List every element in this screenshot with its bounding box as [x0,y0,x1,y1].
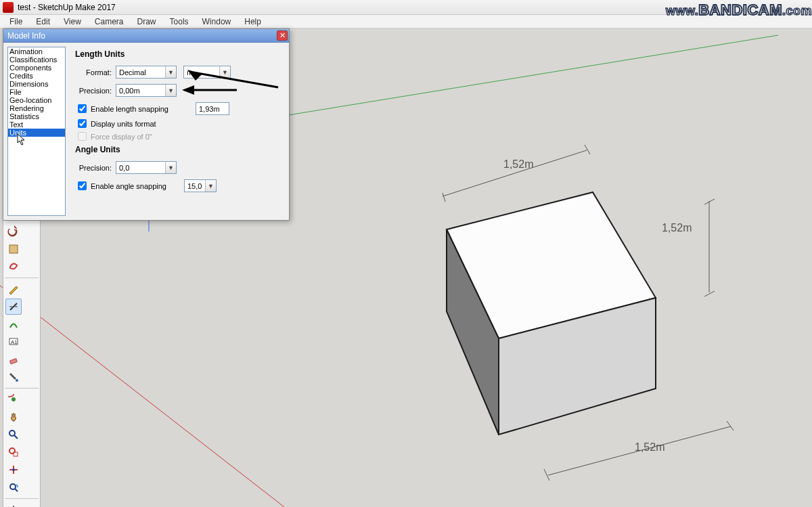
enable-angle-snapping-label: Enable angle snapping [91,182,166,190]
length-snap-value[interactable]: 1,93m [196,102,229,115]
format-label: Format: [75,68,116,76]
tool-arc[interactable] [5,316,22,332]
svg-text:A1: A1 [11,339,18,345]
tool-position[interactable] [5,502,22,507]
dialog-title-text: Model Info [7,31,45,41]
menubar: File Edit View Camera Draw Tools Window … [0,15,812,28]
display-units-format[interactable]: Display units format [78,119,279,128]
cat-classifications[interactable]: Classifications [8,56,65,64]
enable-length-snapping-label: Enable length snapping [91,105,168,113]
tool-zoomwindow[interactable] [5,444,22,460]
angle-precision-combo[interactable]: 0,0 ▼ [116,161,177,174]
titlebar: test - SketchUp Make 2017 [0,0,812,15]
force-display-zero-label: Force display of 0" [91,133,152,141]
display-units-format-checkbox[interactable] [78,119,87,128]
angle-precision-label: Precision: [75,164,116,172]
force-display-zero-checkbox [78,132,87,141]
svg-rect-17 [9,245,18,253]
menu-window[interactable]: Window [196,16,238,28]
menu-tools[interactable]: Tools [163,16,196,28]
cat-file[interactable]: File [8,88,65,96]
chevron-down-icon: ▼ [165,162,176,173]
cat-animation[interactable]: Animation [8,47,65,56]
cat-text[interactable]: Text [8,120,65,129]
svg-point-28 [9,448,15,454]
angle-snap-value: 15,0 [187,182,202,190]
display-units-format-label: Display units format [91,120,156,128]
tool-line[interactable] [5,299,22,315]
chevron-down-icon: ▼ [205,180,216,192]
tool-pan[interactable] [5,409,22,425]
angle-snap-combo[interactable]: 15,0 ▼ [184,179,217,192]
app-icon [3,2,14,13]
unit-combo[interactable]: m ▼ [183,66,231,79]
tool-pencil[interactable] [5,281,22,297]
model-info-dialog[interactable]: Model Info ✕ Animation Classifications C… [3,28,290,221]
force-display-zero: Force display of 0" [78,132,279,141]
svg-rect-23 [9,359,17,364]
cat-dimensions[interactable]: Dimensions [8,80,65,88]
chevron-down-icon: ▼ [165,85,176,96]
category-list[interactable]: Animation Classifications Components Cre… [7,47,66,216]
tool-eraser[interactable] [5,351,22,368]
menu-edit[interactable]: Edit [29,16,57,28]
precision-combo[interactable]: 0,00m ▼ [116,84,177,97]
cat-rendering[interactable]: Rendering [8,104,65,112]
chevron-down-icon: ▼ [165,66,176,78]
cat-geolocation[interactable]: Geo-location [8,96,65,104]
cat-units[interactable]: Units [8,129,65,137]
enable-angle-snapping[interactable]: Enable angle snapping 15,0 ▼ [78,179,279,192]
enable-length-snapping-checkbox[interactable] [78,104,87,113]
tool-zoomextents[interactable] [5,462,22,478]
tool-previous[interactable] [5,479,22,495]
svg-point-24 [16,379,18,382]
tool-zoom[interactable] [5,426,22,443]
svg-point-26 [9,431,15,436]
tool-orbit[interactable] [5,391,22,407]
tool-lasso[interactable] [5,259,22,275]
svg-line-27 [14,435,18,439]
cat-components[interactable]: Components [8,64,65,72]
svg-point-25 [12,397,16,401]
precision-value: 0,00m [119,87,140,95]
format-value: Decimal [119,68,146,76]
left-toolbar: A1 [3,203,41,507]
menu-camera[interactable]: Camera [88,16,131,28]
angle-precision-value: 0,0 [119,164,129,172]
tool-paint[interactable] [5,369,22,385]
window-title: test - SketchUp Make 2017 [18,3,116,12]
enable-angle-snapping-checkbox[interactable] [78,181,87,190]
svg-point-30 [12,468,15,471]
menu-view[interactable]: View [57,16,88,28]
svg-point-31 [10,484,16,489]
dialog-close-button[interactable]: ✕ [277,30,288,41]
cat-credits[interactable]: Credits [8,72,65,80]
dialog-titlebar[interactable]: Model Info ✕ [3,29,289,43]
cat-statistics[interactable]: Statistics [8,112,65,120]
dialog-body: Animation Classifications Components Cre… [3,43,289,220]
enable-length-snapping[interactable]: Enable length snapping 1,93m [78,102,279,115]
precision-label: Precision: [75,87,116,95]
tool-redo[interactable] [5,223,22,240]
angle-units-header: Angle Units [75,145,279,154]
format-combo[interactable]: Decimal ▼ [116,66,177,79]
chevron-down-icon: ▼ [219,66,230,78]
tool-text[interactable]: A1 [5,334,22,350]
menu-draw[interactable]: Draw [131,16,163,28]
length-units-header: Length Units [75,49,279,59]
menu-help[interactable]: Help [238,16,268,28]
unit-value: m [187,68,193,76]
tool-select[interactable] [5,241,22,257]
menu-file[interactable]: File [3,16,29,28]
dialog-pane: Length Units Format: Decimal ▼ m ▼ Preci… [66,47,285,216]
